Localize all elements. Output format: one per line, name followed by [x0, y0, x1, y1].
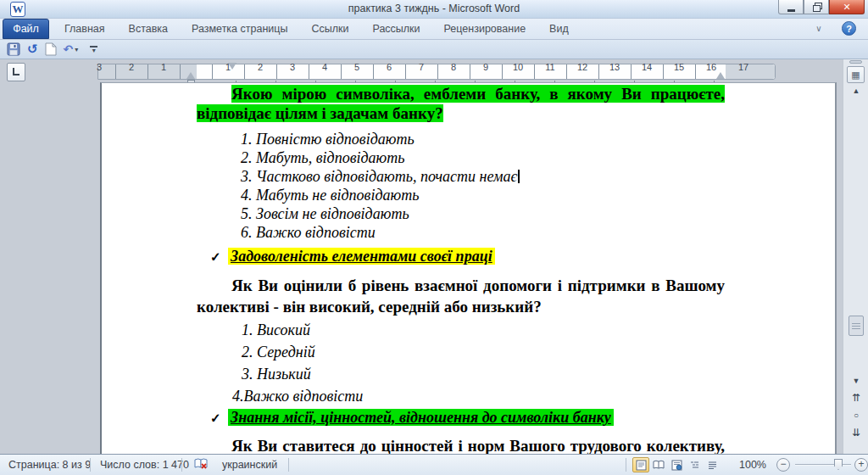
right-indent-marker[interactable]	[716, 72, 725, 79]
tab-home[interactable]: Главная	[53, 19, 117, 40]
question-paragraph-line: Як Ви оцінили б рівень взаємної допомоги…	[231, 275, 725, 296]
quick-access-toolbar: ↺ ↶ ▾ ▾	[0, 40, 868, 59]
tab-selector-button[interactable]	[7, 63, 25, 81]
proofing-errors-icon[interactable]	[193, 458, 209, 473]
ruler-number: 17	[738, 62, 748, 73]
save-icon	[7, 42, 20, 56]
customize-qat-button[interactable]: ▾	[90, 41, 97, 58]
separator	[626, 458, 626, 472]
answer-list-1: 1. Повністю відповідають 2. Мабуть, відп…	[241, 130, 725, 242]
heading-line: Якою мірою символіка, емблеми банку, в я…	[231, 84, 725, 103]
ruler-number: 14	[642, 62, 652, 73]
document-area: 3 2 1 1 2 3 4 5 6 7 8 9 10 11 12 13 14 1…	[0, 59, 868, 454]
ruler-number: 10	[513, 62, 523, 73]
list-item: 1. Високий	[242, 319, 725, 341]
undo-dropdown-button[interactable]: ↶ ▾	[64, 41, 79, 58]
window-title: практика 3 тижднь - Microsoft Word	[0, 3, 868, 14]
status-bar: Страница: 8 из 9 Число слов: 1 470 украи…	[0, 454, 868, 475]
separator	[90, 458, 91, 472]
zoom-in-button[interactable]: +	[854, 458, 868, 472]
list-item: 2. Мабуть, відповідають	[241, 148, 725, 167]
outline-icon	[689, 460, 700, 471]
scroll-down-icon[interactable]: ▼	[843, 377, 868, 385]
tab-file[interactable]: Файл	[3, 19, 49, 39]
word-count[interactable]: Число слов: 1 470	[100, 459, 189, 471]
vertical-scrollbar[interactable]: ▦ ▲ ▼ ⇈ ○ ⇊	[843, 59, 868, 454]
new-document-button[interactable]	[45, 41, 57, 58]
zoom-level[interactable]: 100%	[739, 459, 766, 471]
save-button[interactable]	[7, 41, 20, 58]
ruler-number: 3	[287, 62, 298, 73]
list-item: 6. Важко відповісти	[241, 223, 725, 242]
restore-icon	[813, 3, 821, 10]
ruler-number: 12	[577, 62, 587, 73]
separator	[181, 458, 182, 472]
list-item: 1. Повністю відповідають	[241, 130, 725, 148]
tab-review[interactable]: Рецензирование	[432, 19, 538, 40]
view-draft-button[interactable]	[704, 457, 721, 472]
plus-icon: +	[858, 458, 864, 470]
answer-list-2: 1. Високий 2. Середній 3. Низький 4.Важк…	[242, 319, 725, 407]
ruler-number: 15	[674, 62, 684, 73]
next-page-icon[interactable]: ⇊	[843, 427, 868, 439]
ruler-number: 2	[255, 62, 265, 73]
dropdown-arrow-icon: ▾	[75, 46, 78, 53]
ruler-number: 6	[384, 62, 394, 73]
view-web-layout-button[interactable]	[668, 457, 685, 472]
close-icon: ✕	[843, 2, 850, 13]
collapse-ribbon-icon[interactable]: ∨	[812, 23, 826, 36]
scroll-up-icon[interactable]: ▲	[843, 87, 868, 95]
text-cursor	[518, 170, 520, 183]
ribbon-tab-row: Файл Главная Вставка Разметка страницы С…	[0, 19, 868, 40]
view-print-layout-button[interactable]	[632, 457, 649, 472]
heading-line: відповідає цілям і задачам банку?	[197, 103, 725, 123]
customize-qat-arrow-icon: ▾	[92, 48, 96, 53]
ruler-number: 7	[416, 62, 426, 73]
ruler-number: 11	[545, 62, 555, 73]
list-item: 4. Мабуть не відповідають	[241, 186, 725, 204]
undo-icon: ↺	[27, 42, 38, 57]
ruler-toggle-button[interactable]: ▦	[847, 66, 865, 83]
page-indicator[interactable]: Страница: 8 из 9	[8, 459, 91, 471]
tab-page-layout[interactable]: Разметка страницы	[180, 19, 299, 40]
restore-button[interactable]	[804, 0, 829, 14]
zoom-slider-thumb[interactable]	[834, 459, 843, 470]
document-page[interactable]: Якою мірою символіка, емблеми банку, в я…	[100, 82, 837, 454]
list-item: 3. Частково відповідають, почасти немає	[241, 167, 725, 186]
language-indicator[interactable]: украинский	[222, 459, 277, 471]
view-outline-button[interactable]	[686, 457, 703, 472]
scrollbar-thumb[interactable]	[849, 316, 864, 336]
tab-mailings[interactable]: Рассылки	[360, 19, 431, 40]
previous-page-icon[interactable]: ⇈	[843, 392, 868, 404]
split-window-handle[interactable]	[849, 60, 862, 64]
first-line-indent-marker[interactable]	[228, 63, 236, 70]
undo-arrow-icon: ↶	[64, 42, 74, 56]
tab-references[interactable]: Ссылки	[299, 19, 360, 40]
print-layout-icon	[636, 460, 647, 471]
ruler-number: 13	[609, 62, 620, 73]
separator	[288, 458, 289, 472]
ruler-number: 8	[448, 62, 459, 73]
minimize-button[interactable]	[778, 0, 804, 14]
list-item: 3. Низький	[242, 363, 725, 385]
checkmark-icon: ✓	[210, 409, 228, 428]
section-bullet-yellow: ✓Задоволеність елементами своєї праці	[210, 247, 725, 266]
checkmark-icon: ✓	[210, 248, 228, 266]
question-paragraph-line: колективі - він високий, середній або ни…	[197, 296, 725, 317]
undo-button[interactable]: ↺	[27, 41, 38, 58]
ruler-number: 5	[352, 62, 362, 73]
tab-insert[interactable]: Вставка	[117, 19, 180, 40]
ruler-number: 4	[320, 62, 330, 73]
close-button[interactable]: ✕	[829, 0, 865, 14]
view-fullscreen-reading-button[interactable]	[650, 457, 667, 472]
select-browse-object-icon[interactable]: ○	[843, 411, 868, 420]
title-bar: W практика 3 тижднь - Microsoft Word ✕	[0, 0, 868, 19]
hanging-indent-marker[interactable]	[186, 72, 195, 79]
zoom-slider-track[interactable]	[795, 464, 851, 466]
tab-view[interactable]: Вид	[537, 19, 581, 40]
minus-icon: −	[780, 458, 786, 470]
zoom-out-button[interactable]: −	[776, 458, 790, 472]
list-item: 4.Важко відповісти	[232, 385, 725, 407]
ruler-left-margin	[98, 64, 197, 79]
help-icon[interactable]: ?	[842, 21, 856, 36]
